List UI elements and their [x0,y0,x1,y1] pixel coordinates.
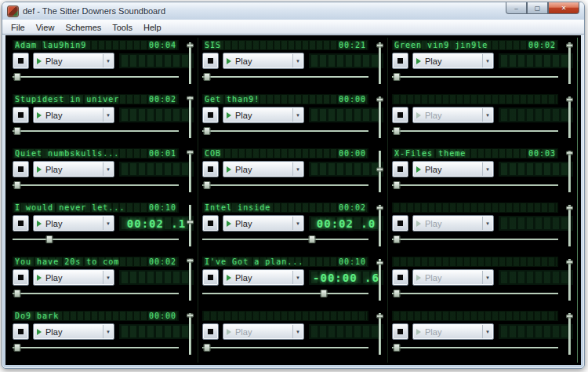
volume-thumb[interactable] [187,151,194,155]
stop-button[interactable] [202,107,219,123]
play-select[interactable]: Play ▼ [33,107,114,123]
volume-thumb[interactable] [187,44,194,48]
stop-button[interactable] [202,323,219,340]
stop-button[interactable] [13,269,29,286]
volume-slider[interactable] [379,151,381,192]
chevron-down-icon[interactable]: ▼ [292,217,303,230]
progress-thumb[interactable] [204,73,211,81]
volume-thumb[interactable] [187,97,194,100]
play-select[interactable]: Play ▼ [223,269,304,286]
stop-button[interactable] [13,323,29,340]
stop-button[interactable] [202,53,219,69]
progress-slider[interactable] [13,181,179,190]
progress-thumb[interactable] [14,181,21,189]
play-select[interactable]: Play ▼ [33,161,114,177]
menu-item-help[interactable]: Help [138,21,167,34]
play-select[interactable]: Play ▼ [223,323,304,340]
stop-button[interactable] [202,215,219,232]
progress-thumb[interactable] [204,127,211,135]
chevron-down-icon[interactable]: ▼ [482,54,492,67]
volume-slider[interactable] [568,259,571,301]
progress-slider[interactable] [392,235,558,244]
stop-button[interactable] [13,215,29,232]
progress-slider[interactable] [13,126,179,136]
chevron-down-icon[interactable]: ▼ [103,325,113,338]
menu-item-file[interactable]: File [5,21,31,34]
volume-slider[interactable] [189,42,191,84]
volume-thumb[interactable] [376,206,383,210]
close-button[interactable]: ✕ [548,2,579,14]
chevron-down-icon[interactable]: ▼ [482,162,492,176]
progress-slider[interactable] [13,72,179,82]
progress-slider[interactable] [392,343,558,352]
play-select[interactable]: Play ▼ [223,107,304,123]
progress-slider[interactable] [202,181,368,190]
chevron-down-icon[interactable]: ▼ [482,271,492,284]
play-select[interactable]: Play ▼ [412,53,494,69]
volume-slider[interactable] [379,205,381,246]
stop-button[interactable] [13,53,29,69]
play-select[interactable]: Play ▼ [33,269,114,286]
volume-slider[interactable] [568,151,571,192]
progress-thumb[interactable] [394,73,401,81]
menu-item-tools[interactable]: Tools [107,21,138,34]
progress-thumb[interactable] [308,235,315,243]
chevron-down-icon[interactable]: ▼ [103,162,113,176]
progress-slider[interactable] [202,343,368,352]
volume-slider[interactable] [379,313,381,355]
progress-thumb[interactable] [394,127,401,135]
stop-button[interactable] [392,215,408,232]
play-select[interactable]: Play ▼ [223,215,304,232]
chevron-down-icon[interactable]: ▼ [292,325,303,338]
volume-slider[interactable] [189,205,191,246]
volume-slider[interactable] [568,313,571,355]
titlebar[interactable]: def - The Sitter Downers Soundboard – ▢ … [2,2,584,20]
volume-slider[interactable] [189,151,191,192]
chevron-down-icon[interactable]: ▼ [103,217,113,230]
volume-slider[interactable] [189,313,191,355]
volume-thumb[interactable] [376,261,383,265]
volume-thumb[interactable] [376,167,383,171]
progress-thumb[interactable] [45,235,53,243]
maximize-button[interactable]: ▢ [527,2,548,14]
chevron-down-icon[interactable]: ▼ [103,108,113,122]
play-select[interactable]: Play ▼ [412,269,494,286]
chevron-down-icon[interactable]: ▼ [292,108,303,122]
progress-thumb[interactable] [14,344,21,352]
progress-thumb[interactable] [394,344,401,352]
progress-slider[interactable] [392,289,558,298]
progress-thumb[interactable] [394,181,401,189]
volume-slider[interactable] [568,97,571,138]
volume-thumb[interactable] [376,315,383,319]
stop-button[interactable] [202,269,219,286]
progress-slider[interactable] [13,289,179,298]
volume-thumb[interactable] [376,98,383,102]
stop-button[interactable] [13,107,29,123]
volume-thumb[interactable] [566,44,573,48]
progress-slider[interactable] [392,72,558,82]
play-select[interactable]: Play ▼ [33,53,114,69]
progress-thumb[interactable] [394,235,401,243]
play-select[interactable]: Play ▼ [33,323,114,340]
progress-thumb[interactable] [204,181,211,189]
menu-item-schemes[interactable]: Schemes [60,21,107,34]
chevron-down-icon[interactable]: ▼ [482,108,492,122]
volume-slider[interactable] [568,205,571,246]
volume-thumb[interactable] [566,315,573,319]
progress-slider[interactable] [202,235,368,244]
progress-slider[interactable] [202,289,368,298]
chevron-down-icon[interactable]: ▼ [103,271,113,284]
progress-slider[interactable] [13,343,179,352]
volume-thumb[interactable] [187,221,194,224]
stop-button[interactable] [392,161,408,177]
progress-slider[interactable] [13,235,179,244]
volume-slider[interactable] [568,42,571,84]
play-select[interactable]: Play ▼ [412,161,494,177]
progress-slider[interactable] [392,181,558,190]
chevron-down-icon[interactable]: ▼ [103,54,113,67]
progress-thumb[interactable] [14,127,21,135]
chevron-down-icon[interactable]: ▼ [482,217,492,230]
stop-button[interactable] [392,269,408,286]
volume-slider[interactable] [189,259,191,301]
volume-thumb[interactable] [566,261,573,264]
